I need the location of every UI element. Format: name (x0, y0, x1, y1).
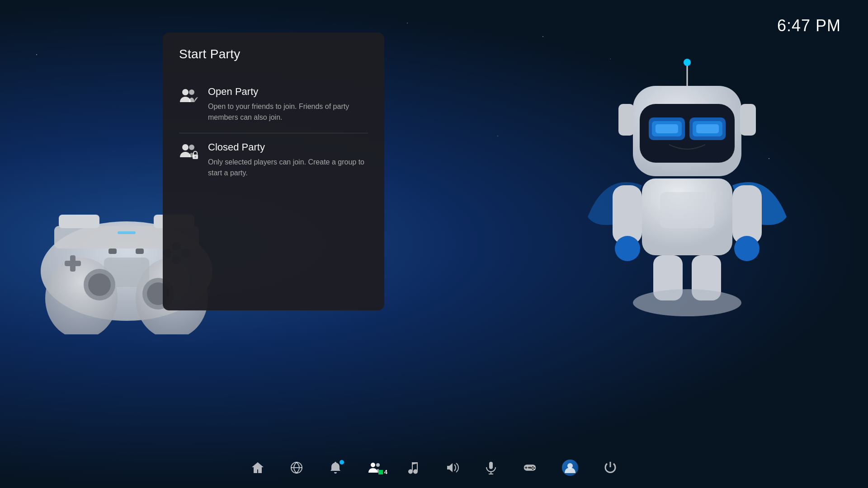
svg-rect-61 (533, 469, 535, 470)
open-party-item[interactable]: Open Party Open to your friends to join.… (179, 78, 368, 133)
home-icon (251, 461, 264, 474)
svg-rect-60 (528, 467, 532, 468)
svg-rect-17 (136, 249, 144, 254)
taskbar-home[interactable] (251, 461, 264, 474)
svg-rect-29 (696, 124, 719, 133)
store-icon (290, 461, 303, 474)
taskbar-party[interactable]: 4 (368, 461, 381, 474)
closed-party-description: Only selected players can join. Create a… (208, 157, 368, 178)
panel-title: Start Party (179, 47, 368, 61)
party-badge: 4 (384, 469, 387, 475)
closed-party-icon (179, 142, 198, 161)
svg-rect-28 (656, 124, 678, 133)
taskbar-store[interactable] (290, 461, 303, 474)
clock: 6:47 PM (777, 16, 841, 35)
svg-rect-15 (118, 231, 136, 234)
svg-point-44 (189, 145, 194, 150)
svg-point-48 (371, 463, 375, 467)
taskbar-music[interactable] (406, 461, 420, 474)
taskbar-controller[interactable] (523, 461, 537, 474)
open-party-icon (179, 87, 198, 106)
svg-rect-10 (65, 261, 81, 266)
svg-rect-35 (732, 185, 762, 244)
svg-point-43 (182, 144, 189, 150)
svg-point-56 (532, 466, 533, 468)
taskbar-profile[interactable] (562, 460, 578, 476)
music-icon (406, 461, 420, 474)
svg-rect-50 (489, 462, 493, 469)
closed-party-title: Closed Party (208, 141, 368, 153)
controller-taskbar-icon (523, 461, 537, 474)
mic-icon (484, 461, 498, 474)
closed-party-content: Closed Party Only selected players can j… (208, 141, 368, 178)
taskbar: 4 (0, 447, 868, 488)
svg-rect-18 (59, 215, 99, 228)
robot-illustration (570, 59, 805, 330)
svg-rect-16 (108, 249, 117, 254)
closed-party-item[interactable]: Closed Party Only selected players can j… (179, 133, 368, 188)
star (36, 54, 37, 55)
svg-point-36 (615, 236, 640, 261)
svg-point-37 (734, 236, 760, 261)
svg-point-40 (633, 289, 741, 316)
notification-dot (340, 460, 344, 465)
open-party-description: Open to your friends to join. Friends of… (208, 101, 368, 123)
power-icon (604, 461, 617, 474)
taskbar-mic[interactable] (484, 461, 498, 474)
star (542, 36, 543, 37)
svg-point-57 (533, 467, 535, 469)
svg-point-6 (88, 273, 111, 296)
svg-point-41 (182, 89, 189, 95)
svg-rect-33 (660, 192, 714, 228)
svg-rect-34 (613, 185, 642, 244)
taskbar-power[interactable] (604, 461, 617, 474)
profile-avatar (562, 460, 578, 476)
svg-rect-55 (524, 467, 528, 468)
svg-point-46 (195, 156, 196, 158)
svg-point-59 (532, 469, 533, 470)
svg-rect-31 (740, 104, 756, 136)
svg-point-49 (376, 463, 380, 467)
svg-rect-30 (618, 104, 634, 136)
taskbar-notifications[interactable] (329, 461, 342, 474)
svg-point-21 (684, 59, 691, 66)
open-party-content: Open Party Open to your friends to join.… (208, 86, 368, 123)
start-party-panel: Start Party Open Party Open to your frie… (163, 33, 384, 310)
volume-icon (445, 461, 459, 474)
star (407, 23, 408, 23)
star (497, 136, 498, 136)
taskbar-volume[interactable] (445, 461, 459, 474)
party-online-dot (378, 470, 383, 474)
svg-point-42 (189, 89, 194, 95)
open-party-title: Open Party (208, 86, 368, 98)
